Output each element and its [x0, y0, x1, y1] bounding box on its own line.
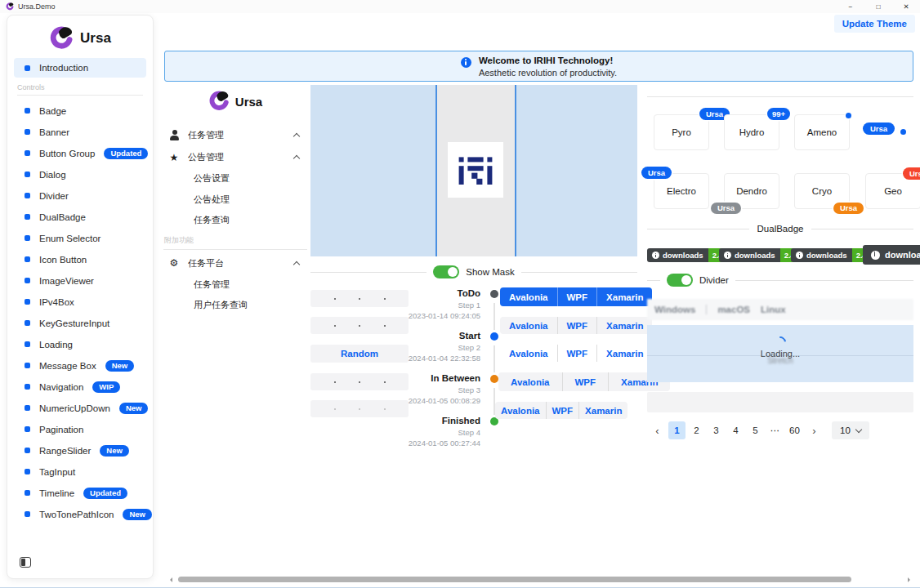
wpf-button[interactable]: WPF	[557, 345, 597, 362]
sidebar-item[interactable]: Divider	[14, 186, 146, 206]
bullet-icon	[25, 193, 30, 198]
sidebar-item[interactable]: Message Box New	[14, 356, 146, 376]
wpf-button[interactable]: WPF	[557, 317, 597, 334]
titlebar: Ursa.Demo − □ ✕	[0, 0, 920, 13]
timeline-time: 2024-01-05 00:08:29	[407, 395, 480, 406]
ipv4-input[interactable]	[310, 290, 409, 307]
xamarin-button[interactable]: Xamarin	[596, 317, 652, 334]
xamarin-button[interactable]: Xamarin	[596, 287, 652, 306]
sidebar-item-label: Navigation	[39, 382, 83, 392]
mask-guide-line	[435, 85, 437, 256]
page-button-3[interactable]: 3	[708, 421, 725, 439]
page-ellipsis[interactable]: ⋯	[766, 421, 784, 439]
avalonia-button[interactable]: Avalonia	[500, 287, 557, 306]
divider-line	[811, 229, 913, 229]
sidebar-item[interactable]: Pagination	[14, 420, 146, 439]
menu-item-announcement-settings[interactable]: 公告设置	[163, 168, 307, 189]
scrollbar-thumb[interactable]	[178, 577, 851, 582]
sidebar-item[interactable]: TagInput	[14, 462, 146, 482]
timeline-title: In Between	[407, 372, 480, 385]
bullet-icon	[25, 511, 30, 517]
sidebar-item[interactable]: RangeSlider New	[14, 441, 146, 461]
sidebar-item[interactable]: ImageViewer	[14, 271, 146, 291]
tab-separator	[706, 305, 707, 314]
sidebar-item[interactable]: KeyGestureInput	[14, 314, 146, 333]
update-theme-button[interactable]: Update Theme	[834, 15, 915, 33]
pagination: ‹ 1 2 3 4 5 ⋯ 60 › 10	[649, 421, 869, 439]
avalonia-button[interactable]: Avalonia	[500, 345, 557, 362]
sidebar-item[interactable]: Navigation WIP	[14, 377, 146, 397]
page-button-60[interactable]: 60	[786, 421, 803, 439]
menu-item-task-management[interactable]: 任务管理	[163, 274, 307, 296]
divider-line	[735, 280, 913, 281]
info-icon	[652, 252, 659, 259]
sidebar-item[interactable]: Badge	[14, 101, 146, 121]
sidebar-item[interactable]: Loading	[14, 335, 146, 354]
bullet-icon	[25, 278, 30, 283]
ipv4-input[interactable]	[310, 317, 409, 334]
next-page-icon[interactable]: ›	[806, 421, 823, 439]
sidebar-item[interactable]: TwoTonePathIcon New	[14, 505, 146, 524]
show-mask-toggle[interactable]	[433, 265, 459, 278]
xamarin-button[interactable]: Xamarin	[578, 402, 627, 419]
minimize-icon[interactable]: −	[837, 0, 864, 13]
menu-group-task-platform[interactable]: ⚙ 任务平台	[163, 252, 307, 274]
timeline-dot	[490, 332, 498, 341]
xamarin-button[interactable]: Xamarin	[596, 345, 652, 362]
sidebar-item[interactable]: DualBadge	[14, 207, 146, 227]
menu-item-announcement-process[interactable]: 公告处理	[163, 189, 307, 211]
sidebar-item[interactable]: IPv4Box	[14, 292, 146, 312]
menu-group-task-management[interactable]: 任务管理	[163, 124, 307, 146]
sidebar-item[interactable]: Dialog	[14, 165, 146, 185]
dot-badge	[846, 113, 851, 118]
page-size-select[interactable]: 10	[832, 421, 869, 439]
timeline-time: 2024-01-04 22:32:58	[407, 353, 480, 363]
horizontal-scrollbar[interactable]	[162, 576, 918, 584]
avalonia-button[interactable]: Avalonia	[500, 317, 557, 334]
menu-item-task-query[interactable]: 任务查询	[163, 210, 307, 231]
sidebar-item-introduction[interactable]: Introduction	[14, 58, 146, 78]
divider-toggle[interactable]	[667, 274, 693, 287]
random-button[interactable]: Random	[310, 345, 409, 363]
maximize-icon[interactable]: □	[864, 0, 892, 13]
ursa-badge: Ursa	[711, 203, 741, 215]
loading-demo: Stretch Loading...	[647, 325, 913, 382]
wpf-button[interactable]: WPF	[557, 287, 597, 306]
scroll-right-icon[interactable]	[908, 577, 913, 582]
scroll-left-icon[interactable]	[167, 577, 172, 582]
ipv4-input[interactable]	[310, 373, 409, 390]
sidebar-item-label: Banner	[39, 127, 69, 137]
dualbadge-divider: DualBadge	[647, 224, 913, 234]
menu-item-user-task-query[interactable]: 用户任务查询	[163, 295, 307, 316]
tab-windows[interactable]: Windows	[654, 305, 695, 314]
sidebar-item[interactable]: Banner	[14, 122, 146, 142]
page-button-2[interactable]: 2	[688, 421, 705, 439]
bullet-icon	[25, 299, 30, 305]
bullet-icon	[25, 235, 30, 241]
avalonia-button[interactable]: Avalonia	[498, 372, 562, 391]
tab-macos[interactable]: macOS	[717, 305, 750, 314]
page-button-1[interactable]: 1	[668, 421, 686, 439]
sidebar-item[interactable]: NumericUpDown New	[14, 399, 146, 418]
image-viewer[interactable]	[310, 85, 637, 256]
chevron-up-icon	[293, 155, 300, 162]
bullet-icon	[25, 129, 30, 135]
menu-group-label: 公告管理	[188, 151, 224, 163]
sidebar-item[interactable]: Timeline Updated	[14, 483, 146, 503]
menu-group-announcement[interactable]: ★ 公告管理	[163, 146, 307, 168]
sidebar-item[interactable]: Button Group Updated	[14, 144, 146, 163]
page-button-5[interactable]: 5	[747, 421, 764, 439]
close-icon[interactable]: ✕	[892, 0, 920, 13]
sidebar-item[interactable]: Icon Button	[14, 250, 146, 270]
avalonia-button[interactable]: Avalonia	[495, 402, 546, 419]
wpf-button[interactable]: WPF	[562, 372, 609, 391]
wpf-button[interactable]: WPF	[546, 402, 579, 419]
bullet-icon	[25, 214, 30, 220]
sidebar-item-label: TagInput	[39, 467, 75, 477]
bullet-icon	[25, 172, 30, 177]
sidebar-item[interactable]: Enum Selector	[14, 229, 146, 248]
collapse-sidebar-icon[interactable]	[20, 557, 31, 568]
prev-page-icon[interactable]: ‹	[649, 421, 666, 439]
page-button-4[interactable]: 4	[727, 421, 744, 439]
tab-linux[interactable]: Linux	[761, 305, 786, 314]
